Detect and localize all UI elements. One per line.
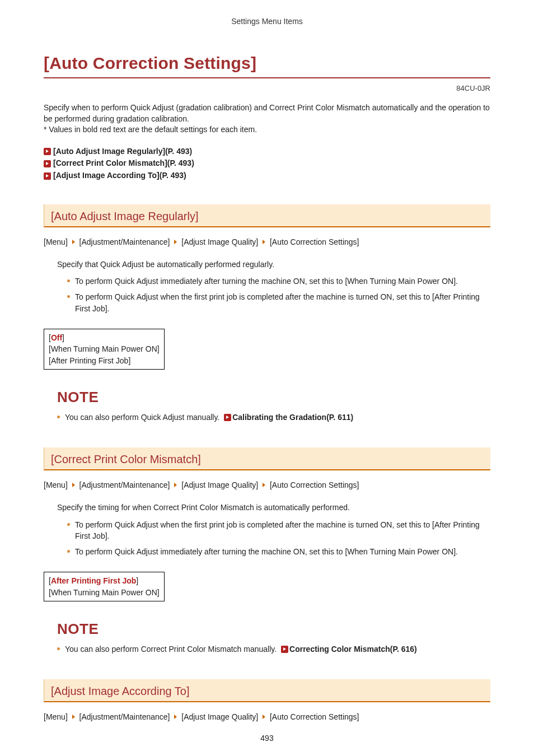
- section-heading-color-mismatch: [Correct Print Color Mismatch]: [44, 447, 490, 470]
- breadcrumb: [Menu] [Adjustment/Maintenance] [Adjust …: [44, 480, 490, 489]
- note-link[interactable]: Calibrating the Gradation(P. 611): [232, 413, 353, 422]
- toc: [Auto Adjust Image Regularly](P. 493) [C…: [44, 146, 490, 182]
- breadcrumb-item: [Adjust Image Quality]: [181, 237, 258, 246]
- note-text: You can also perform Correct Print Color…: [65, 645, 279, 654]
- list-item: To perform Quick Adjust when the first p…: [67, 291, 490, 314]
- list-item: You can also perform Quick Adjust manual…: [57, 412, 490, 423]
- breadcrumb: [Menu] [Adjustment/Maintenance] [Adjust …: [44, 237, 490, 246]
- chevron-right-icon: [263, 240, 265, 244]
- running-header: Settings Menu Items: [44, 17, 490, 26]
- play-icon: [224, 414, 231, 421]
- note-heading: NOTE: [44, 389, 490, 406]
- option-default: [Off]: [49, 332, 160, 343]
- breadcrumb-item: [Adjustment/Maintenance]: [79, 480, 170, 489]
- note-block: You can also perform Correct Print Color…: [44, 643, 490, 655]
- play-icon: [44, 172, 51, 180]
- bullet-list: To perform Quick Adjust immediately afte…: [67, 276, 490, 314]
- section-heading-label: [Auto Adjust Image Regularly]: [51, 210, 198, 222]
- intro-paragraph-2: * Values in bold red text are the defaul…: [44, 124, 490, 136]
- toc-item-label: [Adjust Image According To](P. 493): [53, 170, 186, 182]
- chevron-right-icon: [72, 715, 75, 719]
- note-block: You can also perform Quick Adjust manual…: [44, 412, 490, 423]
- breadcrumb-item: [Adjustment/Maintenance]: [79, 712, 170, 721]
- section-heading-label: [Correct Print Color Mismatch]: [51, 453, 201, 465]
- page-title: [Auto Correction Settings]: [44, 54, 490, 73]
- document-id: 84CU-0JR: [44, 84, 490, 92]
- title-rule: [44, 77, 490, 78]
- bullet-list: To perform Quick Adjust when the first p…: [67, 519, 490, 558]
- play-icon: [44, 148, 51, 155]
- breadcrumb-item: [Auto Correction Settings]: [270, 237, 359, 246]
- intro-text: Specify when to perform Quick Adjust (gr…: [44, 102, 490, 136]
- note-text: You can also perform Quick Adjust manual…: [65, 413, 222, 422]
- option-default-value: After Printing First Job: [51, 576, 136, 585]
- breadcrumb-item: [Menu]: [44, 480, 68, 489]
- breadcrumb-item: [Menu]: [44, 712, 68, 721]
- play-icon: [281, 646, 288, 653]
- section-lead: Specify that Quick Adjust be automatical…: [57, 259, 490, 270]
- list-item: To perform Quick Adjust when the first p…: [67, 519, 490, 542]
- section-heading-auto-adjust: [Auto Adjust Image Regularly]: [44, 204, 490, 227]
- options-box: [After Printing First Job] [When Turning…: [44, 572, 165, 601]
- play-icon: [44, 160, 51, 167]
- chevron-right-icon: [72, 483, 75, 487]
- section-heading-label: [Adjust Image According To]: [51, 685, 190, 697]
- note-heading: NOTE: [44, 620, 490, 638]
- option-default-value: Off: [51, 333, 62, 342]
- chevron-right-icon: [263, 483, 265, 487]
- breadcrumb: [Menu] [Adjustment/Maintenance] [Adjust …: [44, 712, 490, 721]
- chevron-right-icon: [174, 715, 177, 719]
- breadcrumb-item: [Menu]: [44, 237, 68, 246]
- section-lead: Specify the timing for when Correct Prin…: [57, 502, 490, 513]
- option-item: [After Printing First Job]: [49, 355, 160, 366]
- option-default: [After Printing First Job]: [49, 575, 160, 586]
- breadcrumb-item: [Auto Correction Settings]: [270, 480, 359, 489]
- breadcrumb-item: [Auto Correction Settings]: [270, 712, 359, 721]
- section-heading-adjust-according-to: [Adjust Image According To]: [44, 679, 490, 702]
- toc-item[interactable]: [Adjust Image According To](P. 493): [44, 170, 490, 182]
- toc-item-label: [Correct Print Color Mismatch](P. 493): [53, 157, 194, 170]
- list-item: You can also perform Correct Print Color…: [57, 643, 490, 655]
- intro-paragraph-1: Specify when to perform Quick Adjust (gr…: [44, 102, 490, 124]
- chevron-right-icon: [263, 715, 265, 719]
- breadcrumb-item: [Adjustment/Maintenance]: [79, 237, 170, 246]
- list-item: To perform Quick Adjust immediately afte…: [67, 546, 490, 557]
- toc-item[interactable]: [Auto Adjust Image Regularly](P. 493): [44, 146, 490, 158]
- breadcrumb-item: [Adjust Image Quality]: [181, 712, 258, 721]
- toc-item[interactable]: [Correct Print Color Mismatch](P. 493): [44, 157, 490, 170]
- section-body: Specify the timing for when Correct Prin…: [44, 502, 490, 557]
- list-item: To perform Quick Adjust immediately afte…: [67, 276, 490, 287]
- option-item: [When Turning Main Power ON]: [49, 587, 160, 598]
- note-link[interactable]: Correcting Color Mismatch(P. 616): [289, 645, 417, 654]
- option-item: [When Turning Main Power ON]: [49, 343, 160, 354]
- toc-item-label: [Auto Adjust Image Regularly](P. 493): [53, 146, 192, 158]
- breadcrumb-item: [Adjust Image Quality]: [181, 480, 258, 489]
- chevron-right-icon: [174, 483, 177, 487]
- chevron-right-icon: [72, 240, 75, 244]
- chevron-right-icon: [174, 240, 177, 244]
- page-number: 493: [0, 734, 534, 743]
- options-box: [Off] [When Turning Main Power ON] [Afte…: [44, 329, 165, 370]
- section-body: Specify that Quick Adjust be automatical…: [44, 259, 490, 314]
